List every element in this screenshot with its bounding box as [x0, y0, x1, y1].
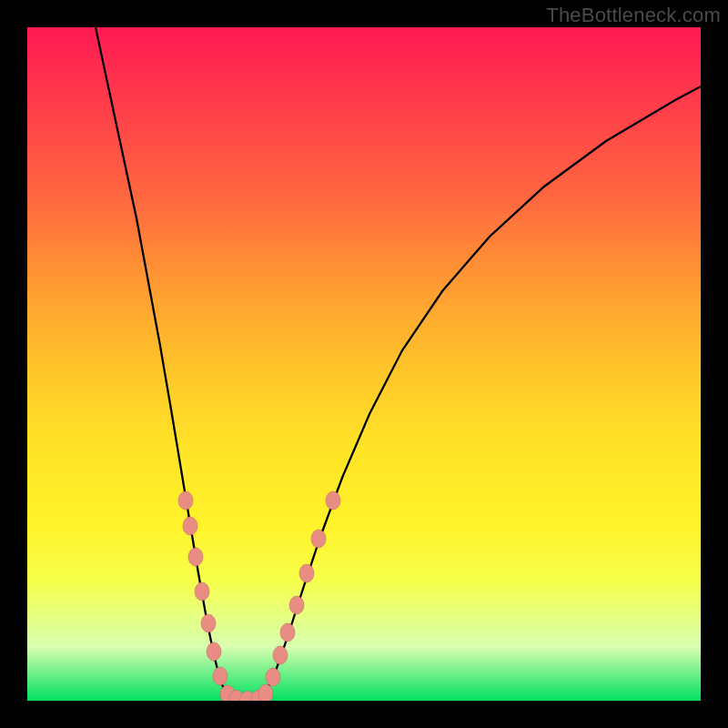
bead	[207, 642, 221, 661]
bead	[266, 668, 280, 686]
bead	[195, 582, 209, 601]
bead	[326, 491, 340, 510]
bead	[258, 684, 273, 701]
bead	[213, 667, 228, 685]
bead	[251, 690, 267, 701]
bead	[188, 548, 203, 566]
bead	[299, 564, 314, 582]
bead	[178, 491, 193, 510]
bead	[183, 517, 197, 535]
right-curve	[264, 86, 701, 696]
bead-group	[178, 491, 340, 701]
plot-area	[27, 27, 701, 701]
curve-layer	[27, 27, 701, 701]
valley-floor	[228, 696, 264, 701]
bead	[273, 646, 288, 664]
bead	[311, 530, 326, 548]
bead	[201, 614, 216, 632]
left-curve	[96, 27, 228, 696]
bead	[240, 691, 256, 701]
bead	[289, 596, 304, 614]
chart-stage: TheBottleneck.com	[0, 0, 728, 728]
bead	[229, 690, 245, 701]
bead	[220, 685, 235, 701]
bead	[280, 623, 295, 642]
watermark-text: TheBottleneck.com	[546, 4, 721, 27]
